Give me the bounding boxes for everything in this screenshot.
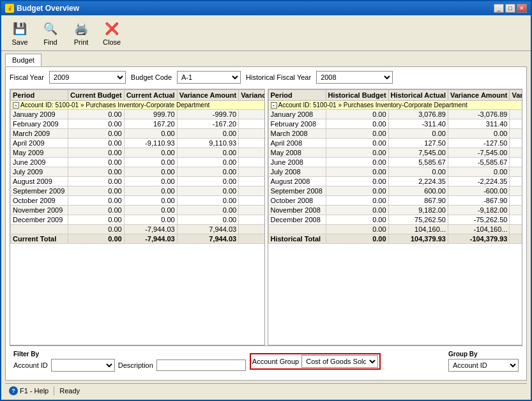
tab-budget[interactable]: Budget	[5, 54, 42, 66]
variance-amount-cell: -7,545.00	[448, 148, 509, 158]
save-button[interactable]: 💾 Save	[5, 18, 34, 48]
variance-amount-cell: 0.00	[177, 215, 238, 225]
close-button[interactable]: ❌ Close	[97, 18, 126, 48]
toolbar: 💾 Save 🔍 Find 🖨️ Print ❌ Close	[1, 15, 531, 51]
period-cell: May 2008	[268, 148, 326, 158]
account-group-select[interactable]: Cost of Goods Sold	[301, 355, 378, 368]
actual-cell: 867.90	[388, 196, 448, 206]
period-cell: July 2008	[268, 167, 326, 177]
filter-left: Filter By Account ID Description Account…	[13, 351, 381, 372]
filter-right: Group By Account ID	[448, 351, 519, 372]
period-cell: October 2009	[11, 196, 68, 206]
save-icon: 💾	[11, 20, 29, 38]
left-col-current-budget: Current Budget	[68, 90, 125, 101]
table-row: October 2008 0.00 867.90 -867.90 0.00 %	[268, 196, 522, 206]
account-id-filter-select[interactable]	[51, 359, 115, 372]
total-budget: 0.00	[68, 234, 125, 244]
header-filters: Fiscal Year 2009 Budget Code A-1 Histori…	[10, 71, 522, 84]
actual-cell: -9,110.93	[124, 139, 177, 148]
variance-amount-cell: 0.00	[177, 167, 238, 177]
table-row: October 2009 0.00 0.00 0.00 0.00 %	[11, 196, 264, 206]
variance-amount-cell: -999.70	[177, 110, 238, 119]
actual-cell: 0.00	[388, 129, 448, 139]
historical-fiscal-year-select[interactable]: 2008	[316, 71, 393, 84]
table-row: August 2008 0.00 2,224.35 -2,224.35 0.00…	[268, 177, 522, 186]
variance-pct-cell: 0.00 %	[239, 158, 264, 167]
period-cell: April 2008	[268, 139, 326, 148]
table-row: April 2009 0.00 -9,110.93 9,110.93 0.00 …	[11, 139, 264, 148]
left-col-period: Period	[11, 90, 68, 101]
period-cell: July 2009	[11, 167, 68, 177]
window-close-button[interactable]: ✕	[517, 4, 527, 13]
find-button[interactable]: 🔍 Find	[36, 18, 65, 48]
variance-pct-cell: 0.00 %	[510, 148, 522, 158]
actual-cell: 0.00	[124, 186, 177, 196]
description-filter-input[interactable]	[156, 359, 246, 371]
table-row: September 2009 0.00 0.00 0.00 0.00 %	[11, 186, 264, 196]
variance-amount-cell: -167.20	[177, 119, 238, 129]
right-col-historical-actual: Historical Actual	[388, 90, 448, 101]
right-table: Period Historical Budget Historical Actu…	[268, 89, 522, 244]
variance-pct-cell: 0.00 %	[239, 167, 264, 177]
budget-cell: 0.00	[68, 186, 125, 196]
variance-amount-cell: 311.40	[448, 119, 509, 129]
help-section: ? F1 - Help	[9, 386, 54, 395]
print-button[interactable]: 🖨️ Print	[66, 18, 96, 48]
right-table-scroll[interactable]: Period Historical Budget Historical Actu…	[268, 89, 522, 345]
actual-cell: 75,262.50	[388, 215, 448, 225]
budget-cell: 0.00	[68, 139, 125, 148]
total-pct: 0.00	[510, 234, 522, 244]
budget-cell: 0.00	[68, 129, 125, 139]
account-group-box: Account Group Cost of Goods Sold	[250, 353, 381, 370]
period-cell: April 2009	[11, 139, 68, 148]
subtotal-budget: 0.00	[326, 225, 388, 234]
close-label: Close	[103, 38, 121, 46]
total-variance: -104,379.93	[448, 234, 509, 244]
actual-cell: 3,076.89	[388, 110, 448, 119]
variance-amount-cell: -5,585.67	[448, 158, 509, 167]
left-table-scroll[interactable]: Period Current Budget Current Actual Var…	[10, 89, 264, 345]
total-label: Current Total	[11, 234, 68, 244]
print-label: Print	[74, 38, 89, 46]
left-col-variance-percent: Variance Percent	[239, 90, 264, 101]
variance-pct-cell: 0.00 %	[239, 215, 264, 225]
budget-code-select[interactable]: A-1	[177, 71, 241, 84]
variance-pct-cell: 0.00 %	[239, 196, 264, 206]
variance-amount-cell: 0.00	[177, 129, 238, 139]
budget-cell: 0.00	[326, 196, 388, 206]
period-cell: December 2009	[11, 215, 68, 225]
actual-cell: 0.00	[124, 158, 177, 167]
table-row: December 2008 0.00 75,262.50 -75,262.50 …	[268, 215, 522, 225]
actual-cell: 5,585.67	[388, 158, 448, 167]
table-row: January 2009 0.00 999.70 -999.70 0.00 %	[11, 110, 264, 119]
total-label: Historical Total	[268, 234, 326, 244]
group-by-select[interactable]: Account ID	[448, 359, 519, 372]
maximize-button[interactable]: □	[505, 4, 515, 13]
budget-cell: 0.00	[326, 186, 388, 196]
subtotal-actual: 104,160...	[388, 225, 448, 234]
table-row: November 2008 0.00 9,182.00 -9,182.00 0.…	[268, 206, 522, 215]
variance-amount-cell: -127.50	[448, 139, 509, 148]
actual-cell: 600.00	[388, 186, 448, 196]
subtotal-label	[268, 225, 326, 234]
actual-cell: 0.00	[124, 215, 177, 225]
variance-amount-cell: 0.00	[177, 177, 238, 186]
fiscal-year-select[interactable]: 2009	[49, 71, 126, 84]
variance-pct-cell: 0.00 %	[510, 139, 522, 148]
variance-amount-cell: 9,110.93	[177, 139, 238, 148]
period-cell: August 2009	[11, 177, 68, 186]
variance-pct-cell: 0.00 %	[510, 110, 522, 119]
period-cell: June 2008	[268, 158, 326, 167]
window-icon: 💰	[5, 4, 14, 13]
period-cell: November 2008	[268, 206, 326, 215]
table-row: July 2008 0.00 0.00 0.00 0.00 %	[268, 167, 522, 177]
filter-by-title: Filter By	[13, 351, 246, 358]
subtotal-budget: 0.00	[68, 225, 125, 234]
window-title: Budget Overview	[17, 4, 79, 13]
variance-pct-cell: 0.00 %	[510, 158, 522, 167]
variance-amount-cell: -2,224.35	[448, 177, 509, 186]
variance-amount-cell: -9,182.00	[448, 206, 509, 215]
period-cell: September 2008	[268, 186, 326, 196]
actual-cell: 9,182.00	[388, 206, 448, 215]
minimize-button[interactable]: _	[494, 4, 504, 13]
